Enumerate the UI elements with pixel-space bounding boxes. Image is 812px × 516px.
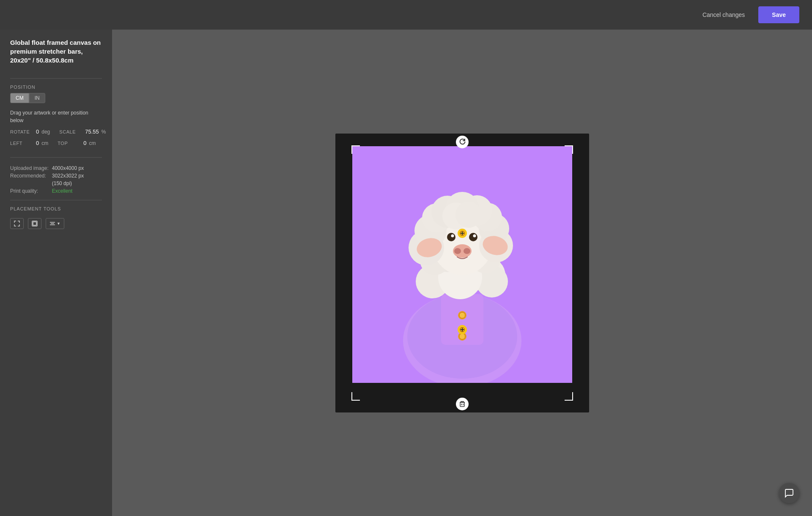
divider-2 <box>10 157 102 158</box>
scale-handle-top[interactable] <box>458 229 467 238</box>
rotate-handle[interactable] <box>456 136 469 148</box>
uploaded-image-label: Uploaded image: <box>10 165 49 171</box>
recommended-note: (150 dpi) <box>52 180 102 186</box>
sheep-illustration <box>352 146 572 383</box>
corner-handle-tr[interactable] <box>565 145 573 154</box>
art-image[interactable] <box>352 146 572 383</box>
image-info: Uploaded image: 4000x4000 px Recommended… <box>10 165 102 194</box>
corner-handle-bl[interactable] <box>351 392 360 401</box>
top-unit: cm <box>89 140 96 146</box>
placement-tools-label: PLACEMENT TOOLS <box>10 206 102 211</box>
scale-handle-bottom[interactable] <box>458 325 467 334</box>
top-value[interactable]: 0 <box>83 140 86 146</box>
top-label: TOP <box>58 141 81 146</box>
left-unit: cm <box>41 140 48 146</box>
print-quality-value: Excellent <box>52 188 102 194</box>
align-tool-button[interactable]: ▼ <box>46 218 64 229</box>
print-quality-label: Print quality: <box>10 188 49 194</box>
unit-toggle: CM IN <box>10 93 102 103</box>
svg-rect-52 <box>460 402 464 407</box>
product-title: Global float framed canvas on premium st… <box>10 38 102 65</box>
rotate-row: ROTATE 0 deg SCALE 75.55 % <box>10 128 102 135</box>
svg-rect-1 <box>33 222 36 225</box>
recommended-label: Recommended: <box>10 173 49 179</box>
rotate-value[interactable]: 0 <box>36 128 39 135</box>
svg-point-45 <box>464 248 470 254</box>
position-label: POSITION <box>10 85 102 90</box>
main-layout: Global float framed canvas on premium st… <box>0 0 812 516</box>
divider-1 <box>10 78 102 79</box>
scale-unit: % <box>102 129 106 135</box>
svg-point-36 <box>455 202 482 228</box>
recommended-value: 3022x3022 px <box>52 173 102 179</box>
canvas-wrapper <box>335 134 589 412</box>
save-button[interactable]: Save <box>758 6 799 23</box>
canvas-area <box>112 30 812 516</box>
rotate-label: ROTATE <box>10 129 33 134</box>
align-dropdown-arrow: ▼ <box>57 221 60 226</box>
unit-in-button[interactable]: IN <box>29 93 45 103</box>
sidebar: Global float framed canvas on premium st… <box>0 30 112 516</box>
svg-point-10 <box>459 312 465 318</box>
placement-tools-row: ▼ <box>10 218 102 229</box>
svg-point-12 <box>459 333 465 339</box>
top-bar: Cancel changes Save <box>0 0 812 30</box>
expand-tool-button[interactable] <box>10 218 24 229</box>
unit-cm-button[interactable]: CM <box>10 93 29 103</box>
svg-point-40 <box>469 233 477 241</box>
scale-value[interactable]: 75.55 <box>85 128 99 135</box>
left-label: LEFT <box>10 141 33 146</box>
position-description: Drag your artwork or enter position belo… <box>10 109 102 124</box>
svg-point-41 <box>451 234 454 237</box>
delete-handle[interactable] <box>456 398 469 410</box>
fit-tool-button[interactable] <box>28 218 41 229</box>
scale-label: SCALE <box>59 129 82 134</box>
uploaded-image-value: 4000x4000 px <box>52 165 102 171</box>
cancel-button[interactable]: Cancel changes <box>696 7 752 22</box>
recommended-note-spacer <box>10 180 49 186</box>
left-value[interactable]: 0 <box>36 140 39 146</box>
corner-handle-br[interactable] <box>565 392 573 401</box>
position-row: LEFT 0 cm TOP 0 cm <box>10 140 102 146</box>
svg-point-39 <box>447 233 455 241</box>
rotate-unit: deg <box>41 129 50 135</box>
chat-button[interactable] <box>779 483 799 503</box>
divider-3 <box>10 200 102 200</box>
svg-point-42 <box>473 234 476 237</box>
svg-point-44 <box>454 248 461 254</box>
corner-handle-tl[interactable] <box>351 145 360 154</box>
